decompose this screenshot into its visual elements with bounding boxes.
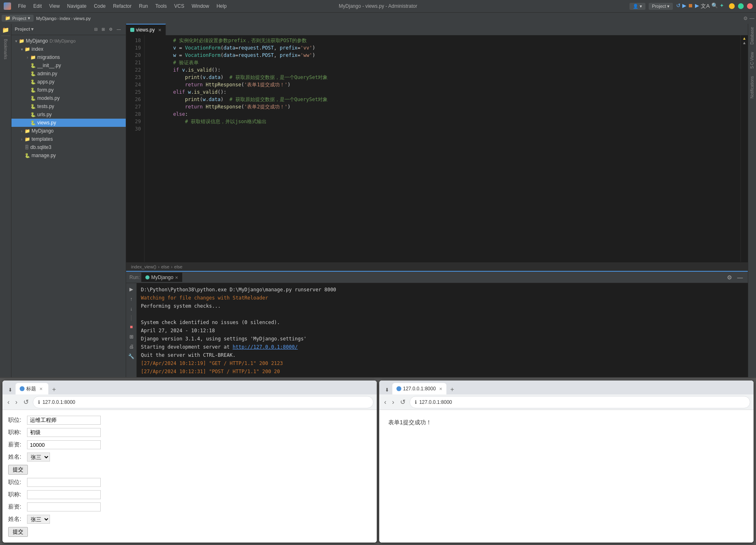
tree-item-templates[interactable]: › 📁 templates	[11, 135, 126, 143]
menu-help[interactable]: Help	[213, 2, 230, 10]
tree-item-models[interactable]: 🐍 models.py	[11, 94, 126, 102]
browser2-new-tab-btn[interactable]: +	[447, 385, 457, 394]
run-restart-btn[interactable]: ▶	[127, 285, 136, 294]
maximize-button[interactable]	[738, 3, 744, 9]
browser2-url-bar[interactable]: ℹ 127.0.0.1:8000	[410, 396, 750, 408]
breadcrumb-index[interactable]: index	[59, 16, 70, 21]
tree-item-sqlite[interactable]: 🗄 db.sqlite3	[11, 143, 126, 151]
browser1-new-tab-btn[interactable]: +	[49, 385, 59, 394]
tree-item-views[interactable]: 🐍 views.py	[11, 119, 126, 127]
run-grid-btn[interactable]: ⊞	[127, 332, 136, 341]
menu-code[interactable]: Code	[91, 2, 109, 10]
form1-salary-input[interactable]	[27, 440, 101, 449]
tree-item-tests[interactable]: 🐍 tests.py	[11, 102, 126, 110]
stop-icon[interactable]: ⏹	[688, 2, 693, 10]
database-tab[interactable]: Database	[749, 25, 755, 46]
browser2-forward-btn[interactable]: ›	[390, 398, 396, 407]
scview-tab[interactable]: S·C·View	[749, 50, 755, 70]
close-button[interactable]	[747, 3, 753, 9]
menu-file[interactable]: File	[15, 2, 29, 10]
close-sidebar-btn[interactable]: —	[115, 26, 122, 32]
tree-item-index[interactable]: ▾ 📁 index	[11, 45, 126, 53]
tree-item-admin[interactable]: 🐍 admin.py	[11, 70, 126, 78]
menu-tools[interactable]: Tools	[152, 2, 170, 10]
tree-item-apps[interactable]: 🐍 apps.py	[11, 78, 126, 86]
menu-refactor[interactable]: Refactor	[110, 2, 135, 10]
breadcrumb-else2[interactable]: else	[174, 264, 182, 269]
search-icon[interactable]: 🔍	[711, 2, 718, 10]
menu-run[interactable]: Run	[136, 2, 151, 10]
collapse-all-btn[interactable]: ⊟	[93, 26, 99, 32]
run-gear-btn[interactable]: ⚙	[725, 273, 734, 282]
run-stop-btn[interactable]: ■	[127, 322, 136, 331]
browser2-dropdown-btn[interactable]: ⬇	[383, 385, 392, 394]
breadcrumb-viewspy[interactable]: views.py	[73, 16, 91, 21]
menu-vcs[interactable]: VCS	[171, 2, 188, 10]
tree-item-mydjango2[interactable]: › 📁 MyDjango	[11, 127, 126, 135]
form1-submit-btn[interactable]: 提交	[8, 465, 28, 475]
code-editor[interactable]: # 实例化时必须设置参数prefix，否则无法获取POST的参数 v = Voc…	[145, 35, 740, 262]
editor-tab-views[interactable]: views.py ✕	[126, 24, 166, 35]
browser2-back-btn[interactable]: ‹	[383, 398, 388, 407]
tree-item-urls[interactable]: 🐍 urls.py	[11, 110, 126, 119]
tree-item-init[interactable]: 🐍 __init__.py	[11, 61, 126, 70]
run-icon[interactable]: ▶	[695, 2, 699, 10]
project-dropdown[interactable]: 📁 Project ▾	[2, 15, 34, 22]
menu-edit[interactable]: Edit	[30, 2, 45, 10]
browser1-tab-close[interactable]: ✕	[39, 387, 43, 391]
run-tab-close[interactable]: ✕	[175, 275, 178, 280]
expand-btn[interactable]: ⊞	[100, 26, 106, 32]
settings-btn[interactable]: ⚙	[107, 26, 114, 32]
menu-view[interactable]: View	[46, 2, 63, 10]
form1-job-input[interactable]	[27, 416, 101, 425]
browser1-back-btn[interactable]: ‹	[6, 398, 11, 407]
minimize-button[interactable]	[729, 3, 735, 9]
user-menu-btn[interactable]: 👤▾	[629, 3, 645, 10]
browser2-reload-btn[interactable]: ↺	[398, 397, 407, 407]
ai-icon[interactable]: ✦	[720, 2, 724, 10]
form1-person-label: 姓名:	[8, 453, 25, 461]
notifications-tab[interactable]: Notifications	[749, 74, 755, 100]
browser1-reload-btn[interactable]: ↺	[22, 397, 30, 407]
sync-icon[interactable]: ↺	[676, 2, 681, 10]
form2-title-input[interactable]	[27, 490, 101, 499]
tab-close-btn[interactable]: ✕	[158, 28, 161, 32]
settings-icon[interactable]: ⚙	[743, 16, 748, 21]
browser1-url-bar[interactable]: ℹ 127.0.0.1:8000	[33, 396, 373, 408]
project-selector[interactable]: Project ▾	[649, 3, 673, 10]
models-file-icon: 🐍	[30, 96, 36, 101]
run-down-btn[interactable]: ↓	[127, 304, 136, 313]
project-view-btn[interactable]: 📁	[1, 25, 10, 34]
form1-person-select[interactable]: 张三	[27, 453, 50, 462]
menu-navigate[interactable]: Navigate	[64, 2, 90, 10]
browser1-tab[interactable]: 标题 ✕	[16, 383, 48, 394]
browser1-dropdown-btn[interactable]: ⬇	[6, 385, 15, 394]
breadcrumb-func[interactable]: index_view()	[131, 264, 156, 269]
scroll-up-icon[interactable]: ▲	[742, 41, 747, 45]
tree-item-manage[interactable]: 🐍 manage.py	[11, 151, 126, 160]
run-wrench-btn[interactable]: 🔧	[127, 352, 136, 361]
run-close-btn[interactable]: —	[736, 273, 745, 282]
dev-server-link[interactable]: http://127.0.0.1:8000/	[233, 344, 298, 350]
run-up-btn[interactable]: ↑	[127, 295, 136, 304]
form2-job-input[interactable]	[27, 478, 101, 487]
run-tab-mydjango[interactable]: MyDjango ✕	[141, 272, 182, 282]
bookmarks-label[interactable]: Bookmarks	[2, 37, 9, 61]
tree-item-migrations[interactable]: › 📁 migrations	[11, 53, 126, 61]
browser2-tab-close[interactable]: ✕	[439, 387, 442, 391]
browser1-forward-btn[interactable]: ›	[14, 398, 19, 407]
run-print-btn[interactable]: 🖨	[127, 342, 136, 351]
form2-salary-input[interactable]	[27, 502, 101, 511]
browser2-tab[interactable]: 127.0.0.1:8000 ✕	[392, 383, 446, 394]
tree-item-form[interactable]: 🐍 form.py	[11, 86, 126, 94]
form1-title-input[interactable]	[27, 428, 101, 437]
menu-window[interactable]: Window	[188, 2, 213, 10]
breadcrumb-mydjango[interactable]: MyDjango	[36, 16, 57, 21]
close-panel-icon[interactable]: —	[749, 16, 754, 21]
form2-submit-btn[interactable]: 提交	[8, 527, 28, 537]
form2-person-select[interactable]: 张三	[27, 515, 50, 524]
translate-icon[interactable]: 文A	[701, 2, 710, 10]
breadcrumb-else1[interactable]: else	[161, 264, 169, 269]
build-icon[interactable]: ▶	[682, 2, 686, 10]
tree-item-mydjango[interactable]: ▾ 📁 MyDjango D:\MyDjango	[11, 37, 126, 45]
